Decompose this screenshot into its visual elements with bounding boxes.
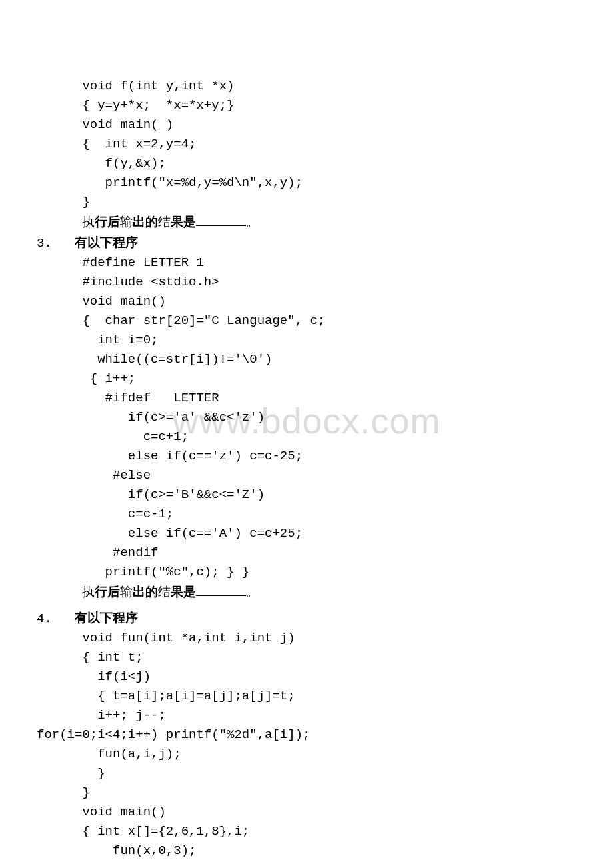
code-line: { t=a[i];a[i]=a[j];a[j]=t;	[37, 687, 556, 706]
code-line: else if(c=='z') c=c-25;	[37, 447, 556, 466]
code-line: #else	[37, 466, 556, 485]
code-line: { int t;	[37, 648, 556, 667]
text: 出的	[133, 585, 158, 599]
text: 输	[120, 585, 133, 600]
code-line: { int x[]={2,6,1,8},i;	[37, 822, 556, 841]
text: 结	[158, 585, 171, 600]
code-line: while((c=str[i])!='\0')	[37, 350, 556, 369]
code-line: if(c>='a' &&c<'z')	[37, 408, 556, 427]
question-title: 有以下程序	[75, 611, 138, 625]
result-line: 执行后输出的结果是。	[37, 212, 556, 233]
code-line: #include <stdio.h>	[37, 273, 556, 292]
page-content: void f(int y,int *x) { y=y+*x; *x=*x+y;}…	[0, 0, 613, 868]
question-title: 有以下程序	[75, 235, 138, 249]
code-line: }	[37, 764, 556, 783]
text: 执	[37, 215, 95, 230]
code-line: if(c>='B'&&c<='Z')	[37, 485, 556, 505]
question-header: 3. 有以下程序	[37, 233, 556, 253]
code-line: for(i=0;i<4;i++) printf("%2d",a[i]);	[37, 725, 556, 745]
code-line: }	[37, 193, 556, 212]
code-line: void main( )	[37, 115, 556, 135]
code-line: printf("%c",c); } }	[37, 563, 556, 582]
blank-underline	[196, 216, 246, 226]
code-line: void fun(int *a,int i,int j)	[37, 629, 556, 648]
text: 执	[37, 585, 95, 600]
code-line: #define LETTER 1	[37, 253, 556, 273]
result-line: 执行后输出的结果是。	[37, 582, 556, 603]
text: 结	[158, 215, 171, 230]
blank-underline	[196, 586, 246, 596]
code-line: int i=0;	[37, 331, 556, 350]
code-line: fun(a,i,j);	[37, 745, 556, 764]
code-line: void main()	[37, 292, 556, 311]
question-number: 3.	[37, 236, 75, 251]
text: 。	[246, 215, 259, 230]
code-line: }	[37, 783, 556, 803]
code-line: c=c-1;	[37, 505, 556, 524]
question-header: 4. 有以下程序	[37, 608, 556, 629]
code-line: void main()	[37, 803, 556, 822]
code-line: c=c+1;	[37, 427, 556, 447]
text: 行后	[95, 585, 120, 599]
text: 行后	[95, 215, 120, 229]
text: 。	[246, 585, 259, 600]
code-line: i++; j--;	[37, 706, 556, 725]
code-line: fun(x,0,3);	[37, 841, 556, 861]
code-line: { i++;	[37, 369, 556, 389]
code-line: { int x=2,y=4;	[37, 135, 556, 154]
code-line: { y=y+*x; *x=*x+y;}	[37, 96, 556, 115]
text: 出的	[133, 215, 158, 229]
text: 果是	[171, 215, 196, 229]
code-line: if(i<j)	[37, 667, 556, 687]
code-line: printf("x=%d,y=%d\n",x,y);	[37, 173, 556, 193]
text: 输	[120, 215, 133, 230]
code-line: { char str[20]="C Language", c;	[37, 311, 556, 331]
question-number: 4.	[37, 611, 75, 626]
code-line: #ifdef LETTER	[37, 389, 556, 408]
code-line: #endif	[37, 543, 556, 563]
text: 果是	[171, 585, 196, 599]
code-line: f(y,&x);	[37, 154, 556, 173]
code-line: void f(int y,int *x)	[37, 77, 556, 96]
code-line: else if(c=='A') c=c+25;	[37, 524, 556, 543]
